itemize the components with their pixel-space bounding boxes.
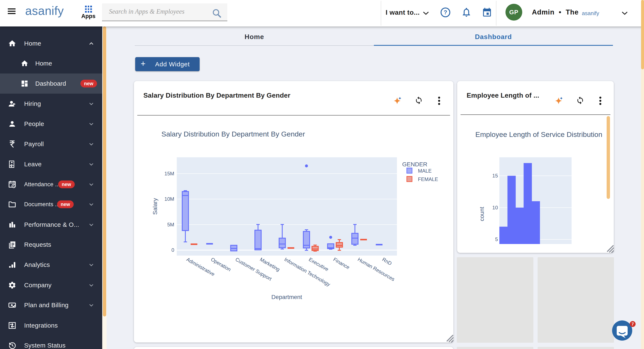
svg-text:5: 5 xyxy=(495,236,498,242)
svg-text:RnD: RnD xyxy=(381,256,393,266)
svg-text:Finance: Finance xyxy=(332,256,350,270)
svg-text:0: 0 xyxy=(172,247,174,253)
svg-text:10M: 10M xyxy=(164,196,174,202)
svg-text:FEMALE: FEMALE xyxy=(418,176,438,182)
svg-text:10: 10 xyxy=(492,205,498,210)
svg-text:?: ? xyxy=(444,9,447,16)
svg-text:MALE: MALE xyxy=(418,168,432,174)
svg-text:Salary: Salary xyxy=(152,198,158,215)
svg-text:Operation: Operation xyxy=(210,256,232,272)
svg-text:GENDER: GENDER xyxy=(402,161,427,168)
svg-text:Employee Length of Service Dis: Employee Length of Service Distribution xyxy=(476,130,602,138)
svg-text:Executive: Executive xyxy=(308,256,330,272)
svg-text:15: 15 xyxy=(492,173,498,178)
svg-text:Department: Department xyxy=(272,294,302,300)
svg-text:5M: 5M xyxy=(167,222,174,227)
svg-text:Information Technology: Information Technology xyxy=(284,256,331,287)
svg-text:Salary Distribution By Departm: Salary Distribution By Department By Gen… xyxy=(162,130,305,138)
svg-text:count: count xyxy=(478,207,485,221)
svg-text:15M: 15M xyxy=(164,171,174,176)
svg-text:Marketing: Marketing xyxy=(259,256,281,272)
